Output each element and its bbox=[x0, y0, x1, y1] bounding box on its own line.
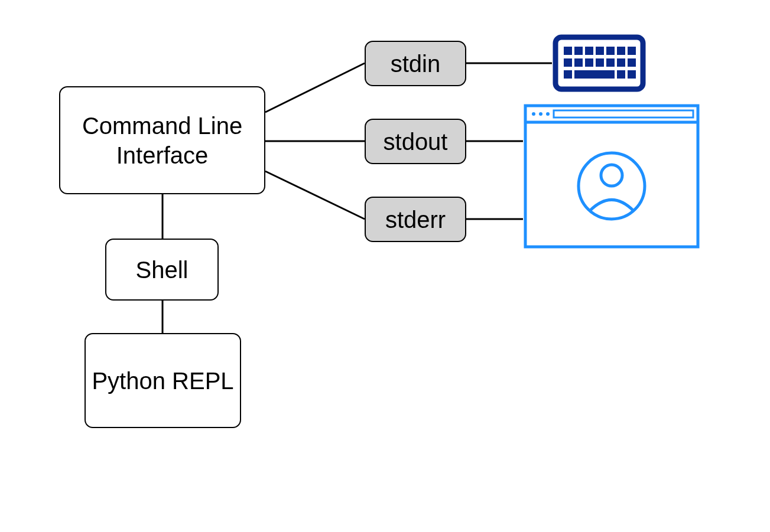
svg-rect-10 bbox=[574, 47, 583, 55]
svg-rect-25 bbox=[617, 70, 625, 79]
node-stdin-label: stdin bbox=[391, 49, 441, 79]
svg-rect-26 bbox=[628, 70, 636, 79]
svg-rect-9 bbox=[564, 47, 572, 55]
node-shell: Shell bbox=[105, 239, 219, 301]
node-shell-label: Shell bbox=[136, 255, 189, 285]
svg-rect-15 bbox=[628, 47, 636, 55]
svg-rect-19 bbox=[596, 58, 604, 67]
svg-rect-22 bbox=[628, 58, 636, 67]
svg-point-31 bbox=[546, 112, 550, 116]
svg-rect-14 bbox=[617, 47, 625, 55]
node-stderr-label: stderr bbox=[385, 205, 446, 234]
svg-point-34 bbox=[601, 165, 622, 186]
svg-line-2 bbox=[265, 171, 365, 219]
svg-rect-32 bbox=[554, 110, 693, 118]
node-stdout: stdout bbox=[365, 119, 466, 164]
node-repl: Python REPL bbox=[85, 333, 241, 428]
svg-rect-23 bbox=[564, 70, 572, 79]
svg-rect-17 bbox=[574, 58, 583, 67]
node-cli-label: Command Line Interface bbox=[60, 111, 264, 170]
svg-rect-13 bbox=[606, 47, 615, 55]
svg-point-29 bbox=[532, 112, 535, 116]
node-repl-label: Python REPL bbox=[92, 366, 233, 396]
node-cli: Command Line Interface bbox=[59, 86, 265, 194]
svg-rect-12 bbox=[596, 47, 604, 55]
svg-rect-27 bbox=[525, 106, 698, 247]
node-stdout-label: stdout bbox=[384, 127, 448, 156]
node-stderr: stderr bbox=[365, 197, 466, 242]
svg-rect-11 bbox=[585, 47, 593, 55]
svg-rect-20 bbox=[606, 58, 615, 67]
svg-line-0 bbox=[265, 63, 365, 112]
svg-rect-21 bbox=[617, 58, 625, 67]
svg-rect-16 bbox=[564, 58, 572, 67]
node-stdin: stdin bbox=[365, 41, 466, 86]
keyboard-icon bbox=[552, 34, 646, 93]
svg-rect-18 bbox=[585, 58, 593, 67]
svg-point-30 bbox=[539, 112, 542, 116]
user-window-icon bbox=[523, 103, 700, 249]
svg-rect-24 bbox=[574, 70, 615, 79]
cli-stdio-diagram: Command Line Interface Shell Python REPL… bbox=[0, 0, 770, 532]
